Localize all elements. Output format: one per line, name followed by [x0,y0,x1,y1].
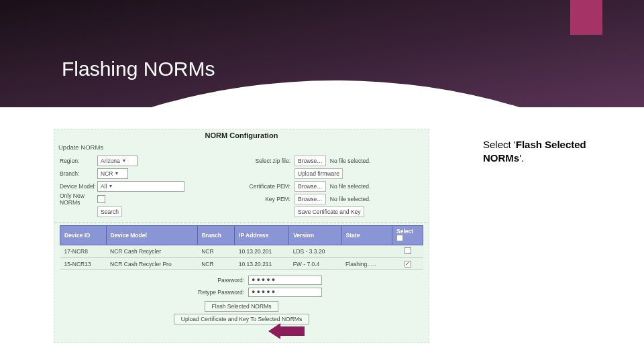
branch-label: Branch: [60,170,97,177]
zipfile-status: No file selected. [330,158,370,164]
slide-title: Flashing NORMs [62,58,215,80]
password-label: Password: [161,277,248,284]
right-filters: Select zip file: Browse… No file selecte… [234,154,423,218]
branch-select[interactable]: NCR [97,168,128,179]
browse-zip-button[interactable]: Browse… [294,156,326,166]
cell-device-id: 17-NCR8 [60,245,107,258]
password-area: Password: ●●●●● Retype Password: ●●●●● [54,274,429,298]
left-filters: Region: Arizona Branch: NCR Device Model… [60,154,234,218]
cell-select [392,245,423,258]
th-device-model: Device Model [106,226,197,245]
upload-firmware-button[interactable]: Upload firmware [294,168,343,179]
cell-branch: NCR [197,258,235,270]
cell-device-model: NCR Cash Recycler Pro [106,258,197,270]
filter-area: Region: Arizona Branch: NCR Device Model… [54,152,429,223]
section-caption: Update NORMs [54,142,429,152]
th-branch: Branch [197,226,235,245]
cert-status: No file selected. [330,183,370,190]
cell-device-model: NCR Cash Recycler [106,245,197,258]
password-input[interactable]: ●●●●● [248,276,322,285]
norms-table: Device ID Device Model Branch IP Address… [60,225,423,270]
browse-cert-button[interactable]: Browse… [294,181,326,192]
zipfile-label: Select zip file: [234,158,294,164]
instruction-suffix: '. [519,152,524,164]
device-model-label: Device Model: [60,183,97,190]
flash-selected-button[interactable]: Flash Selected NORMs [205,301,279,312]
save-cert-button[interactable]: Save Certificate and Key [294,206,364,217]
table-row: 15-NCR13 NCR Cash Recycler Pro NCR 10.13… [60,258,423,270]
accent-bookmark [570,0,602,35]
browse-key-button[interactable]: Browse… [294,194,326,204]
cert-label: Certificate PEM: [234,183,294,190]
cell-ip: 10.13.20.211 [235,258,289,270]
row-select-checkbox[interactable] [405,261,411,267]
app-panel: NORM Configuration Update NORMs Region: … [54,129,429,343]
cell-state: Flashing….. [341,258,392,270]
action-buttons: Flash Selected NORMs Upload Certificate … [54,301,429,324]
th-device-id: Device ID [60,226,107,245]
cell-branch: NCR [197,245,235,258]
app-title: NORM Configuration [54,129,429,142]
cell-select [392,258,423,270]
cell-device-id: 15-NCR13 [60,258,107,270]
header-arc [0,80,644,107]
cell-version: LDS - 3.3.20 [289,245,341,258]
region-label: Region: [60,158,97,164]
instruction-prefix: Select ' [483,139,516,150]
th-state: State [341,226,392,245]
th-version: Version [289,226,341,245]
retype-password-input[interactable]: ●●●●● [248,288,322,297]
cell-ip: 10.13.20.201 [235,245,289,258]
instruction-text: Select 'Flash Selected NORMs'. [483,138,624,164]
retype-password-label: Retype Password: [161,289,248,296]
table-row: 17-NCR8 NCR Cash Recycler NCR 10.13.20.2… [60,245,423,258]
header-band [0,0,644,107]
only-new-checkbox[interactable] [97,195,105,203]
th-select-label: Select [396,228,413,235]
cell-state [341,245,392,258]
only-new-label: Only New NORMs [60,192,97,206]
key-label: Key PEM: [234,196,294,202]
device-model-select[interactable]: All [97,181,184,192]
instruction-arrow-icon [268,323,305,339]
th-select: Select [392,226,423,245]
row-select-checkbox[interactable] [405,247,411,254]
search-button[interactable]: Search [97,206,122,217]
region-select[interactable]: Arizona [97,156,138,166]
key-status: No file selected. [330,196,370,202]
cell-version: FW - 7.0.4 [289,258,341,270]
select-all-checkbox[interactable] [396,235,403,241]
th-ip: IP Address [235,226,289,245]
